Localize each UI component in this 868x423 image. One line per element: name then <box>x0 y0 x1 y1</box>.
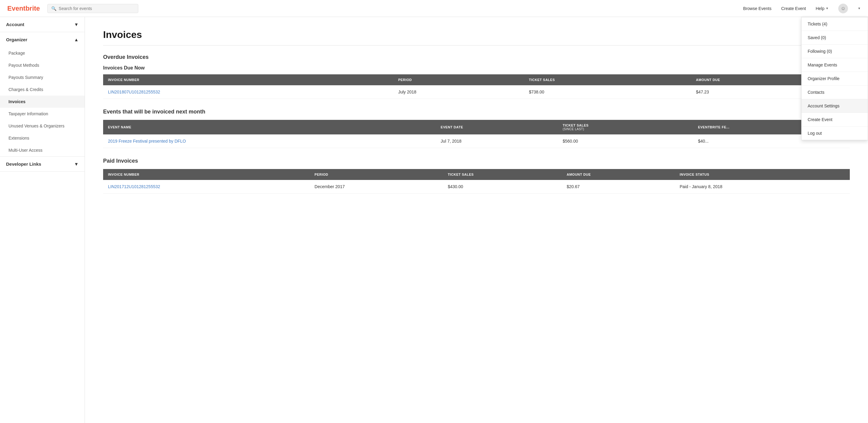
user-avatar[interactable]: ☺ <box>838 4 848 13</box>
due-now-col-period: PERIOD <box>393 74 524 85</box>
help-label: Help <box>815 6 824 11</box>
logo[interactable]: Eventbrite <box>7 5 40 12</box>
sidebar-section-organizer: Organizer ▲ Package Payout Methods Payou… <box>0 32 85 157</box>
next-month-row1-ticket-sales: $560.00 <box>558 134 693 148</box>
sidebar-item-multi-user-access[interactable]: Multi-User Access <box>0 144 85 156</box>
overdue-section-title: Overdue Invoices <box>103 54 850 60</box>
next-month-col-ticket-sales: TICKET SALES(SINCE LAST) <box>558 120 693 134</box>
account-chevron-icon: ▼ <box>74 22 79 27</box>
help-chevron-icon: ▼ <box>826 7 829 10</box>
sidebar-item-charges-credits[interactable]: Charges & Credits <box>0 84 85 96</box>
sidebar-header-account[interactable]: Account ▼ <box>0 17 85 32</box>
due-now-section-title: Invoices Due Now <box>103 65 850 71</box>
sidebar-item-extensions[interactable]: Extensions <box>0 132 85 144</box>
developer-links-chevron-icon: ▼ <box>74 161 79 167</box>
next-month-col-event-date: EVENT DATE <box>436 120 558 134</box>
sidebar-item-invoices[interactable]: Invoices <box>0 96 85 108</box>
dropdown-item-manage-events[interactable]: Manage Events <box>802 58 868 72</box>
dropdown-item-organizer-profile[interactable]: Organizer Profile <box>802 72 868 86</box>
paid-row1-ticket-sales: $430.00 <box>443 180 562 193</box>
invoice-link-1[interactable]: LIN201807U101281255532 <box>108 90 160 94</box>
dropdown-item-saved[interactable]: Saved (0) <box>802 31 868 44</box>
create-event-link[interactable]: Create Event <box>781 6 806 11</box>
dropdown-item-contacts[interactable]: Contacts <box>802 86 868 99</box>
paid-invoice-link-1[interactable]: LIN201712U101281255532 <box>108 184 160 189</box>
paid-col-amount-due: AMOUNT DUE <box>562 169 675 180</box>
paid-col-invoice-status: INVOICE STATUS <box>675 169 850 180</box>
main-content: Invoices Overdue Invoices Invoices Due N… <box>85 17 868 423</box>
header: Eventbrite 🔍 Browse Events Create Event … <box>0 0 868 17</box>
title-divider <box>103 45 850 46</box>
dropdown-item-create-event[interactable]: Create Event <box>802 113 868 126</box>
sidebar-item-unused-venues[interactable]: Unused Venues & Organizers <box>0 120 85 132</box>
paid-table-header-row: INVOICE NUMBER PERIOD TICKET SALES AMOUN… <box>103 169 850 180</box>
due-now-col-invoice-number: INVOICE NUMBER <box>103 74 393 85</box>
sidebar-header-organizer[interactable]: Organizer ▲ <box>0 32 85 47</box>
due-now-row-1: LIN201807U101281255532 July 2018 $738.00… <box>103 85 850 99</box>
paid-table: INVOICE NUMBER PERIOD TICKET SALES AMOUN… <box>103 169 850 193</box>
user-dropdown: Tickets (4) Saved (0) Following (0) Mana… <box>801 17 868 140</box>
next-month-row-1: 2019 Freeze Festival presented by DFLO J… <box>103 134 850 148</box>
next-month-row1-event-date: Jul 7, 2018 <box>436 134 558 148</box>
sidebar-header-developer-links[interactable]: Developer Links ▼ <box>0 157 85 172</box>
search-bar[interactable]: 🔍 <box>47 4 138 13</box>
sidebar-section-developer-links: Developer Links ▼ <box>0 157 85 172</box>
sidebar-item-package[interactable]: Package <box>0 47 85 59</box>
sidebar-item-payouts-summary[interactable]: Payouts Summary <box>0 71 85 84</box>
sidebar-developer-links-label: Developer Links <box>6 161 41 167</box>
search-icon: 🔍 <box>51 6 56 11</box>
user-chevron-icon[interactable]: ▼ <box>858 7 861 10</box>
paid-row1-period: December 2017 <box>310 180 443 193</box>
paid-row1-amount-due: $20.67 <box>562 180 675 193</box>
browse-events-link[interactable]: Browse Events <box>743 6 771 11</box>
next-month-col-event-name: EVENT NAME <box>103 120 436 134</box>
header-nav: Browse Events Create Event Help ▼ ☺ ▼ <box>743 4 861 13</box>
sidebar-section-account: Account ▼ <box>0 17 85 32</box>
paid-row1-invoice-status: Paid - January 8, 2018 <box>675 180 850 193</box>
paid-col-ticket-sales: TICKET SALES <box>443 169 562 180</box>
search-input[interactable] <box>59 6 132 11</box>
dropdown-item-tickets[interactable]: Tickets (4) <box>802 17 868 31</box>
body-layout: Account ▼ Organizer ▲ Package Payout Met… <box>0 17 868 423</box>
paid-row-1: LIN201712U101281255532 December 2017 $43… <box>103 180 850 193</box>
due-now-row1-ticket-sales: $738.00 <box>524 85 691 99</box>
due-now-col-ticket-sales: TICKET SALES <box>524 74 691 85</box>
sidebar-item-payout-methods[interactable]: Payout Methods <box>0 59 85 71</box>
dropdown-item-logout[interactable]: Log out <box>802 126 868 140</box>
dropdown-item-account-settings[interactable]: Account Settings <box>802 99 868 113</box>
next-month-row1-event-name[interactable]: 2019 Freeze Festival presented by DFLO <box>103 134 436 148</box>
due-now-table: INVOICE NUMBER PERIOD TICKET SALES AMOUN… <box>103 74 850 99</box>
next-month-section-title: Events that will be invoiced next month <box>103 109 850 115</box>
paid-col-period: PERIOD <box>310 169 443 180</box>
dropdown-item-following[interactable]: Following (0) <box>802 44 868 58</box>
next-month-table: EVENT NAME EVENT DATE TICKET SALES(SINCE… <box>103 120 850 148</box>
sidebar-account-label: Account <box>6 22 24 27</box>
help-link[interactable]: Help ▼ <box>815 6 829 11</box>
due-now-table-header-row: INVOICE NUMBER PERIOD TICKET SALES AMOUN… <box>103 74 850 85</box>
paid-col-invoice-number: INVOICE NUMBER <box>103 169 310 180</box>
sidebar-organizer-label: Organizer <box>6 37 27 42</box>
due-now-row1-invoice-number[interactable]: LIN201807U101281255532 <box>103 85 393 99</box>
event-link-1[interactable]: 2019 Freeze Festival presented by DFLO <box>108 139 186 144</box>
sidebar-item-taxpayer-information[interactable]: Taxpayer Information <box>0 108 85 120</box>
due-now-row1-period: July 2018 <box>393 85 524 99</box>
next-month-table-header-row: EVENT NAME EVENT DATE TICKET SALES(SINCE… <box>103 120 850 134</box>
sidebar: Account ▼ Organizer ▲ Package Payout Met… <box>0 17 85 423</box>
organizer-chevron-icon: ▲ <box>74 37 79 42</box>
paid-row1-invoice-number[interactable]: LIN201712U101281255532 <box>103 180 310 193</box>
page-title: Invoices <box>103 29 850 40</box>
paid-section-title: Paid Invoices <box>103 158 850 164</box>
